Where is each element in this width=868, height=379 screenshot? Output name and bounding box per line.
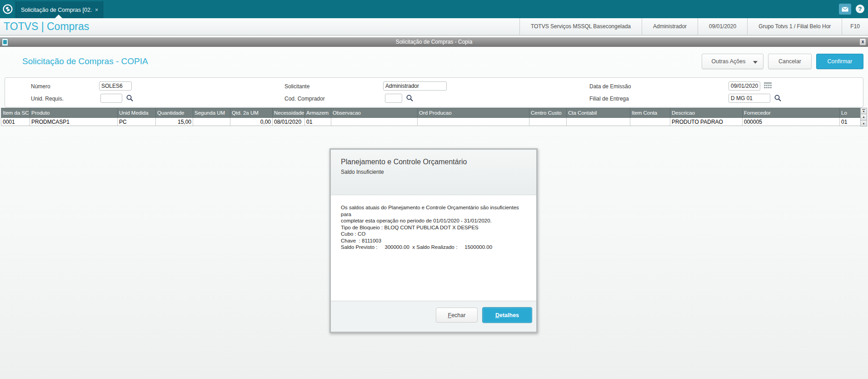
user-label: Administrador [642,18,698,35]
cell-centro-custo[interactable] [529,118,567,126]
active-tab-pointer-icon [55,15,62,18]
cell-item-da-sc[interactable]: 0001 [1,118,30,126]
numero-label: Número [31,82,50,91]
solicitante-input[interactable] [383,81,447,91]
numero-input[interactable] [99,81,132,91]
dialog-subtitle: Saldo Insuficiente [341,169,384,175]
message-line: completar esta operação no periodo de 01… [341,217,528,224]
budget-warning-dialog: Planejamento e Controle Orçamentário Sal… [329,148,538,333]
fechar-button[interactable]: Fechar [436,308,478,323]
date-label: 09/01/2020 [698,18,747,35]
dialog-header: Planejamento e Controle Orçamentário Sal… [331,150,536,195]
request-form-panel: Número Unid. Requis. Solicitante Cod. Co… [5,77,863,107]
cell-loja[interactable]: 01 [840,118,861,126]
calendar-icon[interactable] [764,82,772,89]
window-titlebar: Solicitação de Compras - Copia x [0,37,868,47]
col-produto: Produto [30,108,118,118]
tab-label: Solicitação de Compras [02.9.0002] [21,7,92,13]
app-header: TOTVS | Compras TOTVS Serviços MSSQL Bas… [0,18,868,35]
cell-item-conta[interactable] [630,118,670,126]
data-emissao-label: Data de Emissão [589,82,631,91]
col-descricao: Descricao [670,108,743,118]
window-close-button[interactable]: x [859,38,866,45]
message-line: Chave : 8111003 [341,238,528,244]
confirmar-button[interactable]: Confirmar [816,54,863,69]
solicitante-label: Solicitante [284,82,309,91]
fechar-label: Fechar [448,312,466,318]
items-grid: Item da SC Produto Unid Medida Quantidad… [1,108,861,126]
environment-label: TOTVS Serviços MSSQL Basecongelada [519,18,642,35]
cell-descricao[interactable]: PRODUTO PADRAO [670,118,743,126]
fkey-label: F10 [842,18,868,35]
col-cta-contabil: Cta Contabil [567,108,630,118]
help-icon[interactable] [856,5,864,13]
col-qtd-2a-um: Qtd. 2a UM [230,108,273,118]
cell-quantidade[interactable]: 15,00 [156,118,193,126]
message-line: Saldo Previsto : 300000.00 x Saldo Reali… [341,244,528,251]
cell-unid-medida[interactable]: PC [118,118,156,126]
grid-header-row: Item da SC Produto Unid Medida Quantidad… [1,108,861,118]
col-ord-producao: Ord Producao [418,108,529,118]
col-unid-medida: Unid Medida [118,108,156,118]
screen: Solicitação de Compras [02.9.0002] × TOT… [0,0,868,379]
mail-button[interactable] [839,4,851,15]
outras-acoes-button[interactable]: Outras Ações [702,54,763,69]
brand-title: TOTVS | Compras [4,20,89,33]
cell-qtd-2a-um[interactable]: 0,00 [230,118,273,126]
chevron-down-icon [753,61,758,64]
filial-entrega-input[interactable] [728,94,770,103]
scroll-up-icon[interactable] [860,114,867,120]
tab-close-icon[interactable]: × [95,7,98,13]
dialog-footer: Fechar Detalhes [331,301,536,332]
envelope-icon [842,7,848,12]
col-quantidade: Quantidade [156,108,193,118]
top-bar: Solicitação de Compras [02.9.0002] × [0,0,868,18]
col-necessidade: Necessidade [273,108,305,118]
col-item-da-sc: Item da SC [1,108,30,118]
grid-scrollbar[interactable] [860,108,867,126]
table-row[interactable]: 0001 PRODMCASP1 PC 15,00 0,00 08/01/2020… [1,118,861,126]
unid-requis-label: Unid. Requis. [31,94,64,103]
cod-comprador-search-icon[interactable] [406,94,414,102]
message-line: Cubo : CO [341,231,528,238]
scroll-up-icon[interactable] [860,120,867,126]
header-info: TOTVS Serviços MSSQL Basecongelada Admin… [519,18,868,35]
branch-label: Grupo Totvs 1 / Filial Belo Hor [747,18,842,35]
col-armazem: Armazem [305,108,331,118]
totvs-logo-icon [2,4,13,15]
outras-acoes-label: Outras Ações [711,58,745,65]
col-item-conta: Item Conta [630,108,670,118]
cancelar-button[interactable]: Cancelar [768,54,812,69]
unid-requis-search-icon[interactable] [126,94,134,102]
unid-requis-input[interactable] [100,94,122,103]
cell-produto[interactable]: PRODMCASP1 [30,118,118,126]
cod-comprador-label: Cod. Comprador [284,94,325,103]
cell-fornecedor[interactable]: 000005 [743,118,840,126]
dialog-body: Os saldos atuais do Planejamento e Contr… [331,195,536,301]
scroll-top-icon[interactable] [860,108,867,114]
col-observacao: Observacao [331,108,418,118]
dialog-title: Planejamento e Controle Orçamentário [341,158,467,166]
cancelar-label: Cancelar [778,58,801,65]
message-line: Tipo de Bloqueio : BLOQ CONT PUBLICA DOT… [341,224,528,231]
window-title: Solicitação de Compras - Copia [0,37,868,47]
cell-segunda-um[interactable] [193,118,230,126]
detalhes-button[interactable]: Detalhes [482,307,532,323]
cod-comprador-input[interactable] [385,94,402,103]
data-emissao-input[interactable] [728,81,760,91]
message-line: Os saldos atuais do Planejamento e Contr… [341,204,528,217]
totvs-logo[interactable] [0,0,15,18]
page-title: Solicitação de Compras - COPIA [22,56,148,66]
col-segunda-um: Segunda UM [193,108,230,118]
col-centro-custo: Centro Custo [529,108,567,118]
col-fornecedor: Fornecedor [743,108,840,118]
filial-entrega-label: Filial de Entrega [589,94,629,103]
cell-necessidade[interactable]: 08/01/2020 [273,118,305,126]
col-loja: Lo [840,108,861,118]
cell-armazem[interactable]: 01 [305,118,331,126]
cell-cta-contabil[interactable] [567,118,630,126]
cell-ord-producao[interactable] [418,118,529,126]
filial-entrega-search-icon[interactable] [774,94,782,102]
cell-observacao[interactable] [331,118,418,126]
dialog-message: Os saldos atuais do Planejamento e Contr… [341,204,528,251]
